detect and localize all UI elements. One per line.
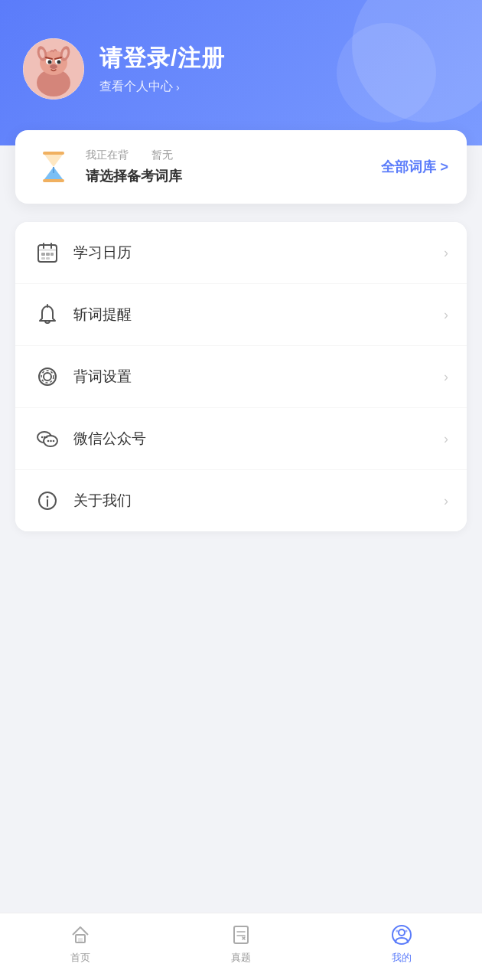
svg-point-9 (48, 60, 52, 64)
svg-rect-14 (43, 152, 64, 155)
avatar[interactable] (23, 38, 84, 100)
svg-rect-22 (46, 253, 50, 256)
header-text: 请登录/注册 查看个人中心 › (99, 43, 225, 95)
menu-label-study-calendar: 学习日历 (73, 243, 444, 263)
svg-point-33 (50, 440, 52, 443)
header: 请登录/注册 查看个人中心 › (0, 0, 482, 145)
card-label1: 我正在背 (86, 149, 129, 162)
svg-rect-15 (43, 179, 64, 182)
svg-point-35 (41, 436, 43, 438)
chevron-right-icon4: › (444, 431, 448, 447)
card-row1: 我正在背 暂无 (86, 149, 369, 162)
svg-point-47 (399, 929, 405, 936)
svg-rect-25 (46, 257, 50, 260)
svg-rect-24 (41, 257, 45, 260)
bell-icon (34, 301, 61, 328)
card-info: 我正在背 暂无 请选择备考词库 (86, 149, 369, 185)
svg-point-28 (44, 373, 51, 381)
svg-point-37 (46, 436, 47, 438)
wechat-icon (34, 425, 61, 452)
menu-card: 学习日历 › 斩词提醒 › 背词设置 › (15, 222, 467, 531)
home-icon (68, 923, 93, 947)
settings-icon (34, 363, 61, 390)
svg-point-32 (47, 440, 50, 443)
svg-point-10 (57, 60, 61, 64)
card-placeholder: 请选择备考词库 (86, 167, 369, 185)
menu-label-word-reminder: 斩词提醒 (73, 305, 444, 325)
menu-item-wechat-public[interactable]: 微信公众号 › (15, 408, 467, 470)
svg-point-13 (50, 64, 57, 69)
mine-icon (389, 923, 414, 947)
exam-icon (229, 923, 253, 947)
nav-item-exam[interactable]: 真题 (161, 923, 321, 965)
svg-point-34 (53, 440, 55, 443)
header-subtitle-link[interactable]: 查看个人中心 › (99, 79, 225, 95)
svg-point-36 (44, 436, 45, 438)
menu-label-word-settings: 背词设置 (73, 367, 444, 387)
nav-label-mine: 我的 (392, 951, 412, 965)
svg-rect-23 (50, 253, 54, 256)
svg-rect-43 (234, 926, 248, 943)
menu-item-word-settings[interactable]: 背词设置 › (15, 346, 467, 408)
card-value: 暂无 (151, 149, 173, 162)
chevron-right-icon: › (444, 245, 448, 261)
info-icon (34, 487, 61, 514)
menu-label-wechat-public: 微信公众号 (73, 429, 444, 449)
bottom-nav: 首页 真题 我的 (0, 913, 482, 980)
svg-rect-42 (78, 938, 83, 942)
svg-point-49 (405, 930, 408, 933)
study-card: 我正在背 暂无 请选择备考词库 全部词库 > (15, 130, 467, 204)
svg-point-48 (396, 930, 399, 933)
chevron-right-icon3: › (444, 369, 448, 385)
header-title: 请登录/注册 (99, 43, 225, 74)
chevron-icon: › (176, 81, 180, 93)
chevron-right-icon2: › (444, 307, 448, 323)
nav-item-home[interactable]: 首页 (0, 923, 161, 965)
menu-item-study-calendar[interactable]: 学习日历 › (15, 222, 467, 284)
chevron-right-icon5: › (444, 493, 448, 509)
card-link[interactable]: 全部词库 > (381, 158, 448, 176)
header-content: 请登录/注册 查看个人中心 › (23, 38, 459, 100)
menu-item-word-reminder[interactable]: 斩词提醒 › (15, 284, 467, 346)
svg-point-39 (47, 496, 49, 498)
nav-item-mine[interactable]: 我的 (321, 923, 482, 965)
nav-label-home: 首页 (70, 951, 90, 965)
calendar-icon (34, 239, 61, 266)
menu-label-about-us: 关于我们 (73, 491, 444, 511)
svg-rect-21 (41, 253, 45, 256)
nav-label-exam: 真题 (231, 951, 251, 965)
svg-rect-18 (38, 249, 57, 251)
hourglass-icon (34, 147, 73, 187)
menu-item-about-us[interactable]: 关于我们 › (15, 470, 467, 531)
